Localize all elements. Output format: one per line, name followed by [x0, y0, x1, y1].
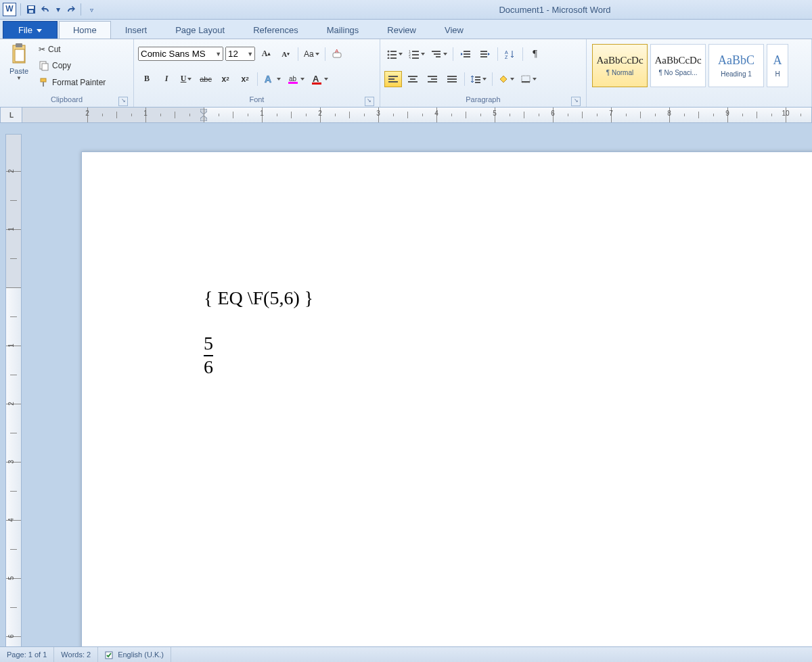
fraction-denominator: 6 — [204, 357, 213, 378]
status-language[interactable]: English (U.K.) — [98, 647, 171, 662]
quick-access-toolbar: ▾ ▿ — [19, 3, 97, 16]
redo-icon — [65, 4, 76, 15]
bold-button[interactable]: B — [138, 71, 156, 87]
document-page[interactable]: { EQ \F(5,6) } 5 6 — [81, 151, 812, 662]
svg-rect-54 — [475, 82, 480, 83]
font-size-combo[interactable]: ▼ — [225, 47, 255, 61]
undo-dropdown[interactable]: ▾ — [55, 3, 62, 16]
group-paragraph: 123 AZ ¶ Paragraph↘ — [380, 39, 587, 107]
grow-font-button[interactable]: A▴ — [257, 46, 275, 62]
cut-button[interactable]: ✂ Cut — [37, 44, 108, 55]
svg-rect-7 — [42, 64, 48, 70]
file-tab-label: File — [18, 25, 32, 35]
subscript-button[interactable]: x2 — [217, 71, 234, 87]
svg-rect-28 — [412, 57, 419, 59]
show-hide-button[interactable]: ¶ — [526, 46, 544, 62]
scissors-icon: ✂ — [39, 45, 45, 54]
field-code-line[interactable]: { EQ \F(5,6) } — [204, 287, 313, 309]
paste-button[interactable]: Paste ▼ — [4, 41, 34, 95]
line-spacing-button[interactable] — [468, 71, 489, 87]
svg-rect-37 — [480, 56, 487, 57]
superscript-button[interactable]: x2 — [236, 71, 254, 87]
qat-customize-button[interactable]: ▿ — [85, 3, 97, 16]
font-group-label: Font — [249, 95, 264, 103]
style-sample: A — [773, 53, 782, 68]
ruler-corner-tab-selector[interactable]: L — [0, 107, 23, 123]
align-right-button[interactable] — [424, 71, 441, 87]
tab-mailings[interactable]: Mailings — [313, 21, 374, 39]
clear-formatting-button[interactable]: A — [329, 46, 346, 62]
sort-button[interactable]: AZ — [501, 46, 519, 62]
align-center-button[interactable] — [404, 71, 422, 87]
svg-text:A: A — [313, 74, 319, 84]
tab-home[interactable]: Home — [59, 21, 111, 39]
copy-button[interactable]: Copy — [37, 60, 108, 72]
vertical-ruler[interactable]: 21123456 — [5, 134, 22, 647]
tab-review[interactable]: Review — [373, 21, 430, 39]
tab-references[interactable]: References — [239, 21, 312, 39]
font-family-input[interactable] — [138, 47, 223, 61]
numbering-button[interactable]: 123 — [407, 46, 427, 62]
tab-insert[interactable]: Insert — [111, 21, 162, 39]
style-heading-2-partial[interactable]: A H — [767, 44, 788, 87]
bullets-button[interactable] — [384, 46, 405, 62]
file-tab[interactable]: File — [3, 21, 58, 39]
align-left-icon — [388, 75, 398, 83]
style-heading-1[interactable]: AaBbC Heading 1 — [708, 44, 764, 87]
justify-button[interactable] — [443, 71, 461, 87]
svg-rect-1 — [28, 6, 34, 9]
font-size-input[interactable] — [225, 47, 255, 61]
tab-view[interactable]: View — [430, 21, 478, 39]
shrink-font-button[interactable]: A▾ — [277, 46, 294, 62]
clipboard-dialog-launcher[interactable]: ↘ — [118, 97, 128, 106]
italic-button[interactable]: I — [158, 71, 175, 87]
horizontal-ruler[interactable]: 2112345678910 — [22, 107, 812, 123]
align-left-button[interactable] — [384, 71, 402, 87]
strikethrough-button[interactable]: abc — [197, 71, 215, 87]
format-painter-label: Format Painter — [52, 78, 106, 87]
fraction-display[interactable]: 5 6 — [204, 333, 213, 378]
svg-rect-47 — [431, 78, 437, 80]
underline-button[interactable]: U — [177, 71, 195, 87]
workspace: L 2112345678910 21123456 { EQ \F(5,6) } … — [0, 107, 812, 647]
tab-page-layout[interactable]: Page Layout — [161, 21, 239, 39]
svg-rect-16 — [312, 82, 321, 85]
shading-button[interactable] — [496, 71, 516, 87]
style-normal[interactable]: AaBbCcDc ¶ Normal — [592, 44, 648, 87]
borders-button[interactable] — [518, 71, 539, 87]
document-content[interactable]: { EQ \F(5,6) } 5 6 — [204, 287, 313, 378]
increase-indent-button[interactable] — [476, 46, 494, 62]
outdent-icon — [460, 49, 471, 59]
status-language-label: English (U.K.) — [118, 651, 164, 659]
paste-label: Paste — [9, 67, 28, 75]
status-words[interactable]: Words: 2 — [54, 647, 98, 662]
font-family-combo[interactable]: ▼ — [138, 47, 223, 61]
save-button[interactable] — [25, 3, 37, 16]
line-spacing-icon — [470, 74, 481, 84]
svg-rect-56 — [522, 81, 530, 82]
status-page[interactable]: Page: 1 of 1 — [0, 647, 54, 662]
paragraph-dialog-launcher[interactable]: ↘ — [571, 97, 581, 106]
redo-button[interactable] — [64, 3, 76, 16]
svg-rect-9 — [43, 82, 44, 87]
highlight-button[interactable]: ab — [285, 71, 307, 87]
text-effects-button[interactable]: A — [261, 71, 283, 87]
style-no-spacing[interactable]: AaBbCcDc ¶ No Spaci... — [650, 44, 706, 87]
eraser-icon: A — [332, 49, 344, 60]
decrease-indent-button[interactable] — [457, 46, 474, 62]
svg-rect-52 — [475, 76, 480, 78]
qat-separator — [20, 3, 21, 16]
svg-rect-42 — [388, 81, 398, 82]
font-dialog-launcher[interactable]: ↘ — [365, 97, 374, 106]
svg-rect-30 — [434, 53, 441, 55]
numbering-icon: 123 — [409, 49, 420, 59]
change-case-button[interactable]: Aa — [302, 46, 321, 62]
paste-icon — [9, 43, 29, 66]
multilevel-list-button[interactable] — [429, 46, 449, 62]
svg-rect-26 — [412, 54, 419, 55]
font-color-button[interactable]: A — [309, 71, 330, 87]
format-painter-button[interactable]: Format Painter — [37, 76, 108, 89]
word-app-icon: W — [3, 3, 16, 16]
undo-button[interactable] — [40, 3, 52, 16]
svg-text:A: A — [335, 49, 339, 54]
